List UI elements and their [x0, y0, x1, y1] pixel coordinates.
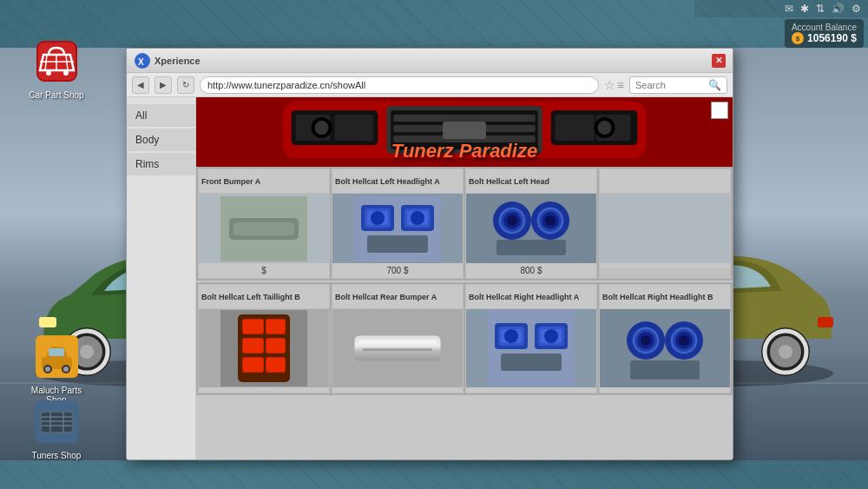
right-headlight-b-svg [621, 310, 708, 387]
address-bar[interactable]: http://www.tunerzparadize.cn/showAll [200, 76, 599, 94]
browser-back-button[interactable]: ◀ [132, 76, 149, 94]
svg-rect-101 [266, 339, 285, 353]
svg-rect-60 [443, 122, 486, 139]
product-price-front-bumper: $ [199, 263, 329, 278]
svg-point-126 [679, 335, 689, 346]
settings-icon[interactable]: ⚙ [852, 3, 861, 15]
mail-icon[interactable]: ✉ [785, 3, 793, 15]
product-image-rear-bumper-a [332, 309, 463, 387]
svg-point-36 [63, 367, 69, 372]
product-name-right-headlight-b: Bolt Hellcat Right Headlight B [600, 285, 730, 309]
front-bumper-svg [220, 196, 307, 261]
browser-forward-button[interactable]: ▶ [155, 76, 172, 94]
svg-rect-77 [367, 235, 428, 253]
svg-rect-99 [266, 320, 285, 334]
volume-icon[interactable]: 🔊 [832, 3, 845, 15]
product-price-left-headlight-a: 700 $ [332, 263, 463, 278]
product-image-front-bumper [199, 194, 329, 263]
svg-rect-100 [243, 339, 263, 353]
browser-window: X Xperience ✕ ◀ ▶ ↻ http://www.tunerzpar… [126, 48, 733, 460]
bookmark-icon[interactable]: ☆ [604, 78, 615, 92]
search-input[interactable] [635, 80, 705, 90]
desktop-icon-tuners-shop[interactable]: Tuners Shop [22, 395, 91, 460]
svg-rect-117 [501, 354, 562, 371]
svg-point-86 [545, 215, 556, 226]
product-image-right-headlight-b [600, 309, 730, 387]
svg-point-29 [63, 70, 69, 76]
product-price-right-headlight-a [466, 387, 596, 393]
search-icon[interactable]: 🔍 [708, 79, 721, 91]
product-name-right-headlight-a: Bolt Hellcat Right Headlight A [466, 285, 596, 309]
product-card-rear-bumper-a[interactable]: Bolt Hellcat Rear Bumper A [332, 284, 464, 393]
bluetooth-icon[interactable]: ✱ [800, 3, 809, 15]
products-row-2: Bolt Hellcat Left Taillight B [196, 282, 733, 395]
right-headlight-a-svg [488, 310, 575, 387]
taskbar-top: ✉ ✱ ⇅ 🔊 ⚙ [694, 0, 868, 17]
car-part-shop-label: Car Part Shop [29, 90, 83, 100]
svg-point-116 [544, 329, 558, 343]
svg-point-75 [371, 211, 385, 225]
balance-amount: 1056190 $ [807, 32, 857, 44]
banner-title: Tunerz Paradize [391, 140, 537, 162]
products-row-1: Front Bumper A $ [196, 167, 733, 281]
svg-rect-39 [42, 413, 72, 432]
svg-rect-89 [496, 240, 566, 255]
menu-icon[interactable]: ≡ [617, 78, 624, 92]
desktop: ✉ ✱ ⇅ 🔊 ⚙ Account Balance $ 1056190 $ [0, 0, 868, 489]
product-name-rear-bumper-a: Bolt Hellcat Rear Bumper A [332, 285, 463, 309]
svg-rect-129 [630, 360, 700, 380]
product-price-right-headlight-b [600, 387, 730, 393]
svg-point-76 [411, 211, 424, 225]
product-image-empty-r1 [600, 194, 730, 263]
search-bar[interactable]: 🔍 [629, 76, 727, 94]
product-card-front-bumper-a[interactable]: Front Bumper A $ [198, 169, 330, 279]
product-price-rear-bumper-a [332, 387, 463, 393]
browser-close-button[interactable]: ✕ [712, 54, 726, 68]
product-card-left-taillight-b[interactable]: Bolt Hellcat Left Taillight B [198, 284, 330, 393]
sidebar-item-all[interactable]: All [127, 104, 195, 127]
account-balance-panel: Account Balance $ 1056190 $ [785, 19, 864, 48]
product-image-right-headlight-a [466, 309, 596, 387]
product-card-left-headlight-a[interactable]: Bolt Hellcat Left Headlight A [332, 169, 464, 279]
desktop-icon-maluch-parts-shop[interactable]: Maluch Parts Shop [22, 330, 91, 405]
left-headlight-a-svg [354, 196, 441, 261]
product-card-left-headlight-b[interactable]: Bolt Hellcat Left Head [465, 169, 597, 279]
svg-point-85 [507, 215, 517, 226]
product-image-left-taillight-b [199, 309, 329, 387]
rear-bumper-a-svg [350, 327, 445, 370]
svg-point-115 [504, 329, 518, 343]
network-icon[interactable]: ⇅ [816, 3, 825, 15]
left-taillight-b-svg [220, 310, 307, 387]
svg-rect-9 [39, 317, 56, 327]
svg-point-17 [779, 345, 792, 359]
product-name-front-bumper: Front Bumper A [199, 169, 329, 194]
svg-rect-32 [49, 348, 64, 356]
sidebar-item-body[interactable]: Body [127, 129, 195, 151]
svg-rect-102 [243, 358, 263, 372]
svg-rect-54 [334, 115, 373, 141]
account-balance-label: Account Balance [792, 23, 857, 32]
left-headlight-b-svg [488, 196, 575, 261]
browser-content: All Body Rims [127, 97, 733, 459]
svg-rect-106 [358, 340, 437, 344]
svg-point-64 [598, 121, 612, 135]
product-price-left-taillight-b [199, 387, 329, 393]
product-price-empty-r1 [600, 263, 730, 268]
product-card-empty-r1[interactable] [599, 169, 731, 279]
product-name-left-headlight-a: Bolt Hellcat Left Headlight A [332, 169, 463, 194]
coin-icon: $ [792, 32, 804, 44]
car-part-shop-icon [30, 35, 82, 87]
tuners-shop-label: Tuners Shop [32, 451, 82, 460]
browser-toolbar: ◀ ▶ ↻ http://www.tunerzparadize.cn/showA… [127, 73, 733, 97]
svg-rect-61 [556, 115, 595, 141]
product-card-right-headlight-a[interactable]: Bolt Hellcat Right Headlight A [465, 284, 597, 393]
svg-rect-57 [393, 115, 535, 122]
sidebar-item-rims[interactable]: Rims [127, 153, 195, 175]
browser-refresh-button[interactable]: ↻ [177, 76, 194, 94]
product-price-left-headlight-b: 800 $ [466, 263, 596, 278]
product-card-right-headlight-b[interactable]: Bolt Hellcat Right Headlight B [599, 284, 731, 393]
desktop-icon-car-part-shop[interactable]: Car Part Shop [22, 35, 91, 100]
address-bar-url: http://www.tunerzparadize.cn/showAll [207, 80, 365, 90]
browser-logo: X Xperience [134, 52, 201, 69]
product-image-left-headlight-b [466, 194, 596, 263]
